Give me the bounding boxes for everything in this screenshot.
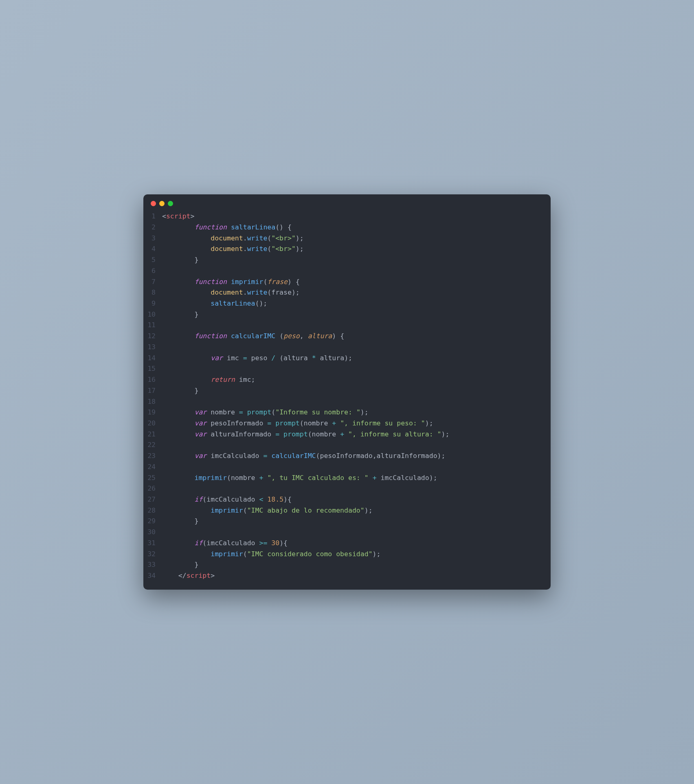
code-line[interactable]: 9 saltarLinea(); <box>143 298 551 309</box>
line-number: 5 <box>143 255 162 266</box>
code-content[interactable]: } <box>162 385 551 396</box>
code-line[interactable]: 16 return imc; <box>143 374 551 385</box>
code-line[interactable]: 19 var nombre = prompt("Informe su nombr… <box>143 407 551 418</box>
line-number: 32 <box>143 549 162 560</box>
code-content[interactable] <box>162 527 551 538</box>
code-content[interactable]: function calcularIMC (peso, altura) { <box>162 331 551 342</box>
code-line[interactable]: 1<script> <box>143 211 551 222</box>
code-content[interactable]: var imcCalculado = calcularIMC(pesoInfor… <box>162 451 551 462</box>
code-content[interactable] <box>162 440 551 451</box>
code-line[interactable]: 23 var imcCalculado = calcularIMC(pesoIn… <box>143 451 551 462</box>
code-content[interactable]: saltarLinea(); <box>162 298 551 309</box>
line-number: 25 <box>143 473 162 484</box>
code-line[interactable]: 34 </script> <box>143 570 551 581</box>
code-line[interactable]: 33 } <box>143 559 551 570</box>
line-number: 27 <box>143 494 162 505</box>
code-line[interactable]: 32 imprimir("IMC considerado como obesid… <box>143 549 551 560</box>
line-number: 15 <box>143 363 162 374</box>
code-content[interactable]: if(imcCalculado >= 30){ <box>162 538 551 549</box>
code-line[interactable]: 25 imprimir(nombre + ", tu IMC calculado… <box>143 473 551 484</box>
code-content[interactable]: document.write(frase); <box>162 287 551 298</box>
code-line[interactable]: 8 document.write(frase); <box>143 287 551 298</box>
code-content[interactable]: function imprimir(frase) { <box>162 277 551 288</box>
line-number: 4 <box>143 244 162 255</box>
code-line[interactable]: 10 } <box>143 309 551 320</box>
line-number: 18 <box>143 396 162 407</box>
line-number: 9 <box>143 298 162 309</box>
line-number: 14 <box>143 353 162 364</box>
code-content[interactable]: if(imcCalculado < 18.5){ <box>162 494 551 505</box>
code-line[interactable]: 20 var pesoInformado = prompt(nombre + "… <box>143 418 551 429</box>
code-line[interactable]: 21 var alturaInformado = prompt(nombre +… <box>143 429 551 440</box>
line-number: 34 <box>143 570 162 581</box>
code-line[interactable]: 29 } <box>143 516 551 527</box>
maximize-icon[interactable] <box>168 201 173 206</box>
code-content[interactable]: function saltarLinea() { <box>162 222 551 233</box>
code-line[interactable]: 6 <box>143 266 551 277</box>
window-titlebar <box>143 194 551 209</box>
code-line[interactable]: 28 imprimir("IMC abajo de lo recomendado… <box>143 505 551 516</box>
code-line[interactable]: 14 var imc = peso / (altura * altura); <box>143 353 551 364</box>
line-number: 10 <box>143 309 162 320</box>
code-line[interactable]: 30 <box>143 527 551 538</box>
line-number: 20 <box>143 418 162 429</box>
code-content[interactable] <box>162 342 551 353</box>
line-number: 22 <box>143 440 162 451</box>
line-number: 28 <box>143 505 162 516</box>
code-line[interactable]: 15 <box>143 363 551 374</box>
line-number: 33 <box>143 559 162 570</box>
code-window: 1<script>2 function saltarLinea() {3 doc… <box>143 194 551 589</box>
code-content[interactable]: var nombre = prompt("Informe su nombre: … <box>162 407 551 418</box>
code-content[interactable]: var alturaInformado = prompt(nombre + ",… <box>162 429 551 440</box>
code-content[interactable] <box>162 363 551 374</box>
line-number: 13 <box>143 342 162 353</box>
code-content[interactable]: var imc = peso / (altura * altura); <box>162 353 551 364</box>
code-content[interactable]: <script> <box>162 211 551 222</box>
code-content[interactable]: } <box>162 516 551 527</box>
code-line[interactable]: 3 document.write("<br>"); <box>143 233 551 244</box>
line-number: 3 <box>143 233 162 244</box>
code-content[interactable]: var pesoInformado = prompt(nombre + ", i… <box>162 418 551 429</box>
code-content[interactable]: } <box>162 255 551 266</box>
code-line[interactable]: 12 function calcularIMC (peso, altura) { <box>143 331 551 342</box>
code-content[interactable]: } <box>162 309 551 320</box>
code-line[interactable]: 18 <box>143 396 551 407</box>
code-line[interactable]: 17 } <box>143 385 551 396</box>
code-line[interactable]: 24 <box>143 462 551 473</box>
code-content[interactable]: imprimir("IMC abajo de lo recomendado"); <box>162 505 551 516</box>
line-number: 30 <box>143 527 162 538</box>
code-content[interactable]: imprimir("IMC considerado como obesidad"… <box>162 549 551 560</box>
line-number: 19 <box>143 407 162 418</box>
code-content[interactable]: document.write("<br>"); <box>162 244 551 255</box>
code-content[interactable]: document.write("<br>"); <box>162 233 551 244</box>
code-line[interactable]: 7 function imprimir(frase) { <box>143 277 551 288</box>
line-number: 16 <box>143 374 162 385</box>
line-number: 31 <box>143 538 162 549</box>
close-icon[interactable] <box>151 201 156 206</box>
line-number: 11 <box>143 320 162 331</box>
code-line[interactable]: 31 if(imcCalculado >= 30){ <box>143 538 551 549</box>
line-number: 24 <box>143 462 162 473</box>
minimize-icon[interactable] <box>159 201 165 206</box>
code-content[interactable] <box>162 396 551 407</box>
code-line[interactable]: 11 <box>143 320 551 331</box>
code-content[interactable] <box>162 266 551 277</box>
line-number: 8 <box>143 287 162 298</box>
code-editor[interactable]: 1<script>2 function saltarLinea() {3 doc… <box>143 209 551 589</box>
code-content[interactable] <box>162 320 551 331</box>
code-content[interactable] <box>162 462 551 473</box>
code-line[interactable]: 5 } <box>143 255 551 266</box>
line-number: 1 <box>143 211 162 222</box>
code-line[interactable]: 26 <box>143 483 551 494</box>
code-line[interactable]: 13 <box>143 342 551 353</box>
code-content[interactable]: return imc; <box>162 374 551 385</box>
code-content[interactable]: imprimir(nombre + ", tu IMC calculado es… <box>162 473 551 484</box>
code-line[interactable]: 4 document.write("<br>"); <box>143 244 551 255</box>
line-number: 29 <box>143 516 162 527</box>
code-line[interactable]: 22 <box>143 440 551 451</box>
code-content[interactable] <box>162 483 551 494</box>
code-line[interactable]: 2 function saltarLinea() { <box>143 222 551 233</box>
code-line[interactable]: 27 if(imcCalculado < 18.5){ <box>143 494 551 505</box>
code-content[interactable]: } <box>162 559 551 570</box>
code-content[interactable]: </script> <box>162 570 551 581</box>
